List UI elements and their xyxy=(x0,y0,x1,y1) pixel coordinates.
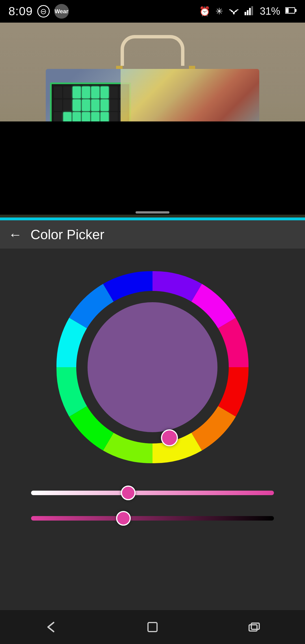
scroll-indicator xyxy=(136,211,169,214)
battery-percent: 31% xyxy=(260,5,280,17)
led-cell xyxy=(91,99,99,111)
cyan-accent-line xyxy=(0,217,305,220)
svg-rect-3 xyxy=(249,8,251,15)
led-cell xyxy=(110,99,118,111)
svg-point-0 xyxy=(233,13,235,14)
wifi-icon xyxy=(228,5,239,18)
brightness-slider-track[interactable] xyxy=(31,516,274,521)
sliders-container xyxy=(31,486,274,525)
led-cell xyxy=(101,86,109,98)
black-space xyxy=(0,121,305,215)
svg-rect-12 xyxy=(251,623,259,629)
nav-recents-button[interactable] xyxy=(240,616,268,638)
led-cell xyxy=(54,99,62,111)
wear-label: Wear xyxy=(55,8,68,15)
led-cell xyxy=(101,99,109,111)
led-cell xyxy=(63,86,71,98)
nav-back-button[interactable] xyxy=(37,616,65,638)
bluetooth-icon: ✳ xyxy=(215,6,223,17)
svg-rect-4 xyxy=(251,6,253,15)
alarm-icon: ⏰ xyxy=(199,6,210,17)
navigation-bar xyxy=(0,610,305,644)
svg-rect-7 xyxy=(286,8,289,13)
led-cell xyxy=(82,86,90,98)
svg-rect-11 xyxy=(249,625,257,631)
saturation-slider-track[interactable] xyxy=(31,491,274,495)
color-picker-body xyxy=(0,249,305,610)
color-picker-header: ← Color Picker xyxy=(0,220,305,249)
brightness-slider-thumb[interactable] xyxy=(116,511,131,526)
status-bar: 8:09 ⊖ Wear ⏰ ✳ 31% xyxy=(0,0,305,23)
svg-rect-2 xyxy=(247,10,249,15)
led-cell xyxy=(54,86,62,98)
led-cell xyxy=(91,86,99,98)
dnd-icon: ⊖ xyxy=(37,5,50,18)
wear-badge: Wear xyxy=(54,4,69,19)
status-time: 8:09 xyxy=(8,5,33,18)
bag-handle xyxy=(121,35,185,66)
saturation-slider-row[interactable] xyxy=(31,486,274,500)
nav-home-button[interactable] xyxy=(138,616,167,638)
status-left: 8:09 ⊖ Wear xyxy=(8,4,69,19)
color-wheel-center xyxy=(88,302,217,432)
led-cell xyxy=(82,99,90,111)
battery-icon xyxy=(285,6,297,17)
color-wheel-container[interactable] xyxy=(51,266,254,469)
led-cell xyxy=(73,99,81,111)
led-cell xyxy=(110,86,118,98)
svg-rect-1 xyxy=(245,12,246,15)
status-right: ⏰ ✳ 31% xyxy=(199,5,297,18)
back-button[interactable]: ← xyxy=(8,227,22,242)
svg-rect-10 xyxy=(148,623,157,632)
led-cell xyxy=(63,99,71,111)
brightness-slider-row[interactable] xyxy=(31,511,274,525)
svg-rect-6 xyxy=(295,9,297,12)
signal-icon xyxy=(245,5,255,18)
wheel-thumb[interactable] xyxy=(161,429,178,446)
page-title: Color Picker xyxy=(30,227,104,242)
led-cell xyxy=(73,86,81,98)
saturation-slider-thumb[interactable] xyxy=(121,486,136,500)
